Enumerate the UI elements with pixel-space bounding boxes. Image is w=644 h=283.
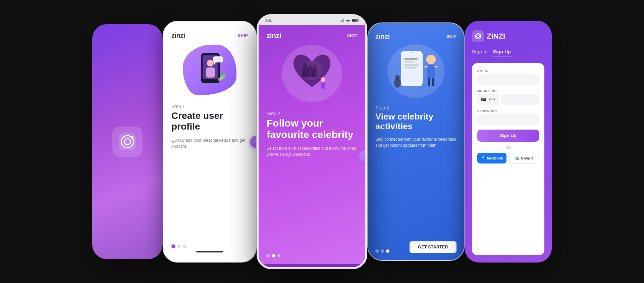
password-label: PASSWORD — [477, 109, 539, 113]
svg-rect-32 — [424, 66, 428, 67]
dot4-2 — [381, 249, 384, 253]
zinzi-icon — [474, 33, 482, 40]
step1-illus-svg — [186, 48, 233, 92]
svg-rect-15 — [343, 19, 343, 22]
step3-desc: Select from a list of celebrities and fo… — [267, 145, 357, 157]
svg-rect-26 — [404, 61, 414, 62]
screen3-nav-arrow[interactable]: ‹ — [359, 150, 367, 162]
social-buttons: facebook Google — [477, 153, 539, 163]
tab-signin[interactable]: Sign In — [472, 49, 488, 56]
mobile-input[interactable] — [501, 94, 539, 105]
step3-title: Follow your favourite celebrity — [267, 117, 357, 141]
svg-rect-14 — [342, 19, 342, 22]
tab-signup[interactable]: Sign Up — [493, 49, 511, 56]
screen3-skip[interactable]: SKIP — [347, 33, 357, 38]
svg-rect-19 — [358, 20, 359, 21]
signal-icon — [340, 19, 344, 22]
screen-4-step3: zinzi SKIP — [367, 22, 465, 261]
svg-point-30 — [426, 55, 436, 64]
signup-form-card: EMAIL MOBILE NO. 🇿🇦 +27 ▾ — [472, 63, 544, 255]
country-code: +27 — [487, 97, 493, 101]
screens-container: zinzi SKIP — [0, 7, 644, 276]
step3-nav-dots — [267, 254, 357, 257]
email-input[interactable] — [477, 74, 539, 85]
email-field: EMAIL — [477, 69, 539, 85]
step4-desc: Stay connected with your favourite celeb… — [375, 136, 457, 148]
facebook-icon — [481, 156, 485, 160]
svg-rect-35 — [432, 78, 434, 86]
google-icon — [515, 156, 520, 160]
svg-point-3 — [131, 136, 133, 139]
logo-box — [112, 127, 143, 157]
step2-title: Create user profile — [171, 110, 248, 132]
chevron-down-icon: ▾ — [494, 97, 495, 101]
step4-title: View celebrity activities — [375, 112, 457, 132]
signup-button[interactable]: Sign Up — [477, 130, 539, 142]
step2-nav-dots — [171, 244, 248, 248]
screen2-nav-arrow[interactable]: ‹ — [250, 136, 257, 148]
step2-label: Step 1 — [171, 104, 248, 109]
mobile-label: MOBILE NO. — [477, 89, 539, 93]
svg-rect-13 — [341, 20, 341, 22]
country-select[interactable]: 🇿🇦 +27 ▾ — [477, 94, 499, 105]
step3-illustration — [386, 44, 446, 100]
screen2-brand: zinzi — [171, 32, 185, 39]
svg-rect-25 — [404, 58, 418, 60]
auth-tabs: Sign In Sign Up — [472, 49, 544, 56]
google-button[interactable]: Google — [509, 153, 539, 163]
svg-point-16 — [348, 21, 349, 22]
zinzi-splash-logo — [117, 132, 138, 152]
step4-label: Step 3 — [375, 105, 457, 110]
dot3-1 — [267, 254, 270, 257]
svg-point-36 — [394, 78, 401, 88]
svg-point-6 — [207, 60, 214, 66]
svg-rect-12 — [340, 21, 340, 22]
screen-3-step2: 9:41 — [257, 14, 367, 269]
flag-emoji: 🇿🇦 — [481, 97, 486, 102]
password-input[interactable] — [477, 114, 539, 125]
notch-bar: 9:41 — [259, 16, 365, 25]
svg-rect-27 — [404, 64, 419, 66]
svg-rect-33 — [434, 66, 438, 67]
dot3-2 — [272, 254, 275, 257]
svg-rect-28 — [404, 67, 416, 68]
screen2-skip[interactable]: SKIP — [238, 33, 248, 38]
dot3-3 — [277, 254, 281, 257]
dot4-1 — [375, 249, 379, 253]
screen5-brand: ZINZI — [487, 32, 505, 41]
screen5-logo-icon — [472, 30, 484, 42]
screen-5-signup: ZINZI Sign In Sign Up EMAIL MOBILE NO. 🇿… — [465, 21, 552, 263]
facebook-button[interactable]: facebook — [477, 153, 506, 163]
home-bar — [196, 251, 223, 252]
dot-3 — [183, 245, 186, 248]
heart-illus-svg — [287, 50, 337, 97]
svg-rect-18 — [352, 19, 357, 21]
screen4-skip[interactable]: SKIP — [446, 34, 457, 39]
screen3-brand: zinzi — [267, 32, 281, 40]
svg-point-37 — [395, 75, 400, 80]
status-time: 9:41 — [265, 19, 272, 22]
svg-point-22 — [302, 60, 322, 80]
screen-2-step1: zinzi SKIP — [163, 21, 257, 263]
google-btn-label: Google — [521, 156, 534, 160]
step1-illustration — [179, 45, 240, 98]
step4-nav-dots — [375, 249, 389, 253]
screen-1-splash — [92, 24, 163, 259]
svg-rect-31 — [427, 65, 435, 79]
step2-desc: Quickly add your personal details and ge… — [171, 137, 248, 149]
facebook-btn-label: facebook — [487, 156, 503, 160]
svg-point-20 — [321, 77, 325, 82]
dot4-3 — [386, 249, 389, 253]
svg-rect-29 — [409, 52, 414, 53]
screen4-brand: zinzi — [375, 33, 390, 40]
password-field: PASSWORD — [477, 109, 539, 125]
svg-rect-7 — [206, 67, 215, 78]
wifi-icon — [346, 19, 351, 22]
dot-2 — [177, 245, 181, 248]
svg-point-40 — [479, 34, 481, 35]
get-started-button[interactable]: GET STARTED — [410, 241, 457, 253]
mobile-field: MOBILE NO. 🇿🇦 +27 ▾ — [477, 89, 539, 105]
svg-rect-21 — [321, 83, 325, 89]
svg-point-39 — [477, 35, 479, 38]
step3-illus-svg — [391, 48, 441, 95]
